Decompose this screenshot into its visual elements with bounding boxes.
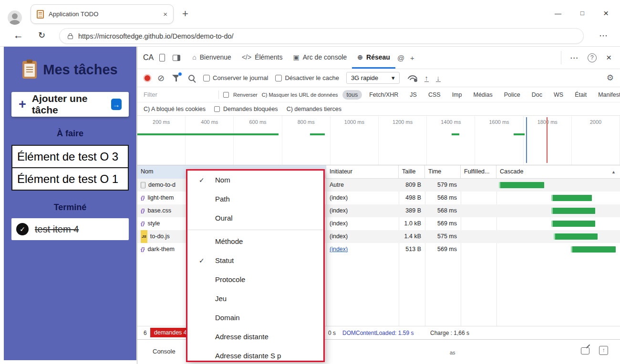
request-initiator[interactable]: (index) — [326, 243, 399, 256]
request-initiator[interactable]: (index) — [326, 217, 399, 230]
maximize-button[interactable]: □ — [580, 10, 584, 17]
request-name[interactable]: demo-to-d — [148, 179, 176, 192]
browser-menu-button[interactable]: ⋯ — [599, 30, 608, 41]
feedback-icon[interactable] — [581, 347, 589, 354]
menu-item[interactable]: Adresse distante S p — [187, 346, 323, 362]
blocked-cookies-label[interactable]: C) A bloqué les cookies — [144, 106, 206, 112]
hide-data-urls-label[interactable]: C) Masquer les URL de données — [262, 92, 338, 98]
filter-pill[interactable]: Était — [570, 90, 591, 100]
invert-label[interactable]: Renverser — [233, 92, 258, 98]
third-party-label[interactable]: C) demandes tierces — [287, 106, 341, 112]
todo-item[interactable]: Élément de test O 1 — [11, 167, 129, 191]
devtools-more-button[interactable]: ⋯ — [570, 53, 578, 63]
tab-close-icon[interactable]: × — [163, 10, 167, 18]
refresh-button[interactable]: ↻ — [38, 30, 45, 40]
extension-at-icon[interactable]: @ — [397, 54, 404, 62]
request-name[interactable]: dark-them — [148, 243, 175, 256]
sort-asc-icon[interactable]: ▲ — [611, 165, 616, 179]
filter-pill[interactable]: tous — [342, 90, 362, 100]
menu-item[interactable]: Path — [187, 190, 323, 209]
column-header-size[interactable]: Taille — [399, 165, 425, 179]
throttling-select[interactable]: 3G rapide ▾ — [346, 72, 400, 84]
column-header-fulfilled[interactable]: Fulfilled... — [461, 165, 496, 179]
request-fulfilled — [461, 243, 496, 256]
request-name[interactable]: light-them — [148, 192, 174, 204]
blocked-requests-checkbox[interactable] — [214, 106, 220, 112]
menu-item[interactable]: Protocole — [187, 270, 323, 289]
document-icon — [141, 182, 145, 188]
blocked-requests-label[interactable]: Demandes bloquées — [223, 106, 278, 112]
record-button[interactable] — [145, 75, 150, 81]
device-toolbar-icon[interactable] — [159, 54, 165, 61]
tab-favicon-icon — [37, 10, 44, 19]
browser-tab[interactable]: Application TODO × — [31, 4, 174, 24]
close-window-button[interactable]: × — [603, 8, 609, 19]
filter-pill[interactable]: Manifeste — [594, 90, 620, 100]
export-har-button[interactable]: ↓ — [436, 74, 441, 82]
devtools-tab[interactable]: </> Éléments — [237, 47, 288, 69]
check-circle-icon[interactable]: ✓ — [16, 223, 29, 235]
filter-pill[interactable]: Fetch/XHR — [365, 90, 403, 100]
request-size: 513 B — [399, 243, 425, 256]
request-size: 1.0 kB — [399, 217, 425, 230]
more-tools-plus-icon[interactable]: + — [410, 54, 414, 62]
minimize-button[interactable]: — — [555, 10, 561, 17]
console-drawer-tab[interactable]: Console — [153, 348, 176, 355]
column-header-initiator[interactable]: Initiateur — [326, 165, 399, 179]
network-settings-gear-icon[interactable]: ⚙ — [607, 73, 614, 83]
clear-button[interactable]: ⊘ — [157, 74, 165, 82]
menu-item[interactable]: ✓ Nom — [187, 171, 323, 190]
dock-side-icon[interactable] — [173, 55, 180, 61]
menu-item[interactable]: Adresse distante — [187, 327, 323, 346]
done-item[interactable]: ✓ test item 4 — [11, 218, 129, 240]
devtools-tab[interactable]: ⌂ Bienvenue — [187, 47, 237, 69]
filter-pill[interactable]: JS — [405, 90, 421, 100]
network-conditions-icon[interactable] — [407, 74, 417, 82]
network-overview[interactable]: 200 ms 400 ms 600 ms 800 ms 1000 ms 1200… — [137, 116, 620, 165]
import-har-button[interactable]: ↑ — [424, 74, 429, 82]
request-name[interactable]: to-do.js — [150, 230, 170, 243]
column-header-time[interactable]: Time — [425, 165, 461, 179]
close-devtools-button[interactable]: × — [606, 52, 611, 63]
waterfall-bar — [551, 221, 595, 227]
invert-checkbox[interactable] — [223, 92, 229, 98]
filter-pill[interactable]: Police — [500, 90, 525, 100]
new-tab-button[interactable]: + — [182, 8, 188, 20]
menu-item[interactable]: Domain — [187, 308, 323, 327]
add-task-button[interactable]: + Ajouter une tâche → — [11, 92, 129, 117]
filter-pill[interactable]: CSS — [424, 90, 445, 100]
expand-drawer-icon[interactable]: ↑ — [599, 346, 608, 355]
column-header-waterfall[interactable]: Cascade — [496, 165, 617, 179]
filter-pill[interactable]: Imp — [448, 90, 466, 100]
done-section-header: Terminé — [4, 202, 136, 212]
preserve-log-label[interactable]: Conserver le journal — [213, 74, 268, 81]
request-initiator[interactable]: Autre — [326, 179, 399, 192]
request-initiator[interactable]: (index) — [326, 204, 399, 217]
help-button[interactable]: ? — [588, 53, 597, 62]
profile-avatar[interactable] — [8, 10, 22, 25]
address-bar[interactable]: https://microsoftedge.github.io/Demos/de… — [59, 28, 584, 44]
back-button[interactable]: ← — [13, 30, 23, 41]
disable-cache-label[interactable]: Désactiver le cache — [285, 74, 339, 81]
load-time: Charge : 1,66 s — [430, 330, 469, 336]
menu-item[interactable]: ✓ Statut — [187, 251, 323, 270]
devtools-tab[interactable]: ▣ Arc de console — [288, 47, 352, 69]
search-icon[interactable] — [187, 74, 196, 82]
filter-icon[interactable] — [172, 74, 180, 82]
todo-item[interactable]: Élément de test O 3 — [11, 145, 129, 168]
request-initiator[interactable]: (index) — [326, 230, 399, 243]
menu-item[interactable]: Oural — [187, 209, 323, 228]
request-initiator[interactable]: (index) — [326, 192, 399, 204]
disable-cache-checkbox[interactable] — [275, 75, 282, 81]
devtools-tab[interactable]: ⊕ Réseau — [352, 47, 395, 69]
filter-input[interactable] — [144, 91, 214, 98]
submit-arrow-icon[interactable]: → — [111, 99, 122, 110]
filter-pill[interactable]: Médias — [469, 90, 496, 100]
menu-item[interactable]: Méthode — [187, 232, 323, 251]
filter-pill[interactable]: WS — [549, 90, 568, 100]
request-name[interactable]: base.css — [148, 204, 171, 217]
filter-pill[interactable]: Doc — [527, 90, 547, 100]
menu-item[interactable]: Jeu — [187, 289, 323, 308]
request-name[interactable]: style — [148, 217, 160, 230]
preserve-log-checkbox[interactable] — [203, 75, 210, 81]
